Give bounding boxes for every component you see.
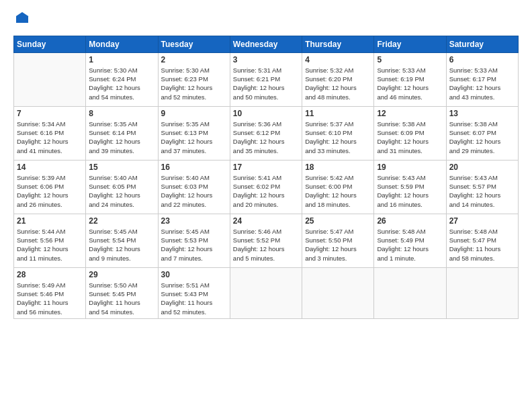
calendar-cell: 29Sunrise: 5:50 AM Sunset: 5:45 PM Dayli… (86, 267, 158, 318)
day-number: 15 (89, 163, 154, 172)
day-number: 18 (305, 163, 371, 172)
day-info: Sunrise: 5:38 AM Sunset: 6:09 PM Dayligh… (377, 120, 443, 155)
calendar-cell: 15Sunrise: 5:40 AM Sunset: 6:05 PM Dayli… (86, 160, 158, 214)
page: SundayMondayTuesdayWednesdayThursdayFrid… (0, 0, 532, 411)
day-info: Sunrise: 5:30 AM Sunset: 6:23 PM Dayligh… (161, 66, 227, 101)
day-info: Sunrise: 5:43 AM Sunset: 5:57 PM Dayligh… (449, 173, 515, 209)
day-info: Sunrise: 5:49 AM Sunset: 5:46 PM Dayligh… (17, 281, 83, 316)
calendar-cell: 2Sunrise: 5:30 AM Sunset: 6:23 PM Daylig… (158, 52, 230, 106)
day-info: Sunrise: 5:31 AM Sunset: 6:21 PM Dayligh… (233, 66, 299, 101)
calendar: SundayMondayTuesdayWednesdayThursdayFrid… (13, 36, 519, 319)
calendar-cell: 1Sunrise: 5:30 AM Sunset: 6:24 PM Daylig… (86, 52, 158, 106)
day-number: 30 (161, 270, 227, 279)
calendar-cell: 25Sunrise: 5:47 AM Sunset: 5:50 PM Dayli… (302, 214, 374, 267)
calendar-cell: 4Sunrise: 5:32 AM Sunset: 6:20 PM Daylig… (302, 52, 374, 106)
day-info: Sunrise: 5:33 AM Sunset: 6:17 PM Dayligh… (449, 66, 515, 101)
day-info: Sunrise: 5:43 AM Sunset: 5:59 PM Dayligh… (377, 173, 443, 209)
day-info: Sunrise: 5:45 AM Sunset: 5:54 PM Dayligh… (89, 227, 154, 263)
day-info: Sunrise: 5:38 AM Sunset: 6:07 PM Dayligh… (449, 120, 515, 155)
day-info: Sunrise: 5:42 AM Sunset: 6:00 PM Dayligh… (305, 173, 371, 209)
day-number: 23 (161, 216, 227, 226)
calendar-cell: 18Sunrise: 5:42 AM Sunset: 6:00 PM Dayli… (302, 160, 374, 214)
calendar-cell: 19Sunrise: 5:43 AM Sunset: 5:59 PM Dayli… (374, 160, 446, 214)
calendar-cell (230, 267, 302, 318)
day-info: Sunrise: 5:30 AM Sunset: 6:24 PM Dayligh… (89, 66, 154, 101)
calendar-header-row: SundayMondayTuesdayWednesdayThursdayFrid… (14, 36, 519, 52)
day-number: 26 (377, 216, 443, 226)
day-number: 10 (233, 109, 299, 118)
calendar-day-header: Friday (374, 36, 446, 52)
logo-icon (15, 11, 30, 26)
svg-marker-0 (16, 12, 28, 23)
day-number: 11 (305, 109, 371, 118)
day-info: Sunrise: 5:44 AM Sunset: 5:56 PM Dayligh… (17, 227, 83, 263)
day-info: Sunrise: 5:37 AM Sunset: 6:10 PM Dayligh… (305, 120, 371, 155)
calendar-cell (374, 267, 446, 318)
day-number: 27 (449, 216, 515, 226)
calendar-week-row: 21Sunrise: 5:44 AM Sunset: 5:56 PM Dayli… (14, 214, 519, 267)
calendar-week-row: 1Sunrise: 5:30 AM Sunset: 6:24 PM Daylig… (14, 52, 519, 106)
day-number: 12 (377, 109, 443, 118)
calendar-week-row: 7Sunrise: 5:34 AM Sunset: 6:16 PM Daylig… (14, 106, 519, 160)
day-number: 5 (377, 55, 443, 64)
calendar-cell (302, 267, 374, 318)
calendar-cell: 6Sunrise: 5:33 AM Sunset: 6:17 PM Daylig… (446, 52, 518, 106)
calendar-day-header: Tuesday (158, 36, 230, 52)
calendar-cell: 27Sunrise: 5:48 AM Sunset: 5:47 PM Dayli… (446, 214, 518, 267)
day-info: Sunrise: 5:40 AM Sunset: 6:05 PM Dayligh… (89, 173, 154, 209)
calendar-cell: 20Sunrise: 5:43 AM Sunset: 5:57 PM Dayli… (446, 160, 518, 214)
day-number: 8 (89, 109, 154, 118)
day-info: Sunrise: 5:33 AM Sunset: 6:19 PM Dayligh… (377, 66, 443, 101)
calendar-cell: 30Sunrise: 5:51 AM Sunset: 5:43 PM Dayli… (158, 267, 230, 318)
day-info: Sunrise: 5:41 AM Sunset: 6:02 PM Dayligh… (233, 173, 299, 209)
calendar-cell: 5Sunrise: 5:33 AM Sunset: 6:19 PM Daylig… (374, 52, 446, 106)
calendar-cell (446, 267, 518, 318)
day-number: 28 (17, 270, 83, 279)
calendar-cell: 16Sunrise: 5:40 AM Sunset: 6:03 PM Dayli… (158, 160, 230, 214)
calendar-week-row: 28Sunrise: 5:49 AM Sunset: 5:46 PM Dayli… (14, 267, 519, 318)
calendar-cell: 7Sunrise: 5:34 AM Sunset: 6:16 PM Daylig… (14, 106, 86, 160)
day-number: 2 (161, 55, 227, 64)
calendar-cell: 9Sunrise: 5:35 AM Sunset: 6:13 PM Daylig… (158, 106, 230, 160)
day-number: 25 (305, 216, 371, 226)
calendar-cell: 10Sunrise: 5:36 AM Sunset: 6:12 PM Dayli… (230, 106, 302, 160)
calendar-day-header: Monday (86, 36, 158, 52)
day-number: 19 (377, 163, 443, 172)
calendar-cell: 12Sunrise: 5:38 AM Sunset: 6:09 PM Dayli… (374, 106, 446, 160)
calendar-cell: 8Sunrise: 5:35 AM Sunset: 6:14 PM Daylig… (86, 106, 158, 160)
day-number: 3 (233, 55, 299, 64)
calendar-cell: 23Sunrise: 5:45 AM Sunset: 5:53 PM Dayli… (158, 214, 230, 267)
day-number: 21 (17, 216, 83, 226)
day-info: Sunrise: 5:34 AM Sunset: 6:16 PM Dayligh… (17, 120, 83, 155)
day-number: 16 (161, 163, 227, 172)
day-info: Sunrise: 5:39 AM Sunset: 6:06 PM Dayligh… (17, 173, 83, 209)
day-number: 4 (305, 55, 371, 64)
calendar-cell: 17Sunrise: 5:41 AM Sunset: 6:02 PM Dayli… (230, 160, 302, 214)
day-info: Sunrise: 5:51 AM Sunset: 5:43 PM Dayligh… (161, 281, 227, 316)
day-number: 7 (17, 109, 83, 118)
day-number: 9 (161, 109, 227, 118)
calendar-week-row: 14Sunrise: 5:39 AM Sunset: 6:06 PM Dayli… (14, 160, 519, 214)
calendar-cell: 26Sunrise: 5:48 AM Sunset: 5:49 PM Dayli… (374, 214, 446, 267)
day-number: 17 (233, 163, 299, 172)
calendar-day-header: Thursday (302, 36, 374, 52)
calendar-cell: 28Sunrise: 5:49 AM Sunset: 5:46 PM Dayli… (14, 267, 86, 318)
logo-text (13, 11, 30, 29)
day-info: Sunrise: 5:36 AM Sunset: 6:12 PM Dayligh… (233, 120, 299, 155)
day-info: Sunrise: 5:48 AM Sunset: 5:47 PM Dayligh… (449, 227, 515, 263)
day-info: Sunrise: 5:35 AM Sunset: 6:14 PM Dayligh… (89, 120, 154, 155)
day-number: 14 (17, 163, 83, 172)
calendar-cell: 24Sunrise: 5:46 AM Sunset: 5:52 PM Dayli… (230, 214, 302, 267)
calendar-day-header: Saturday (446, 36, 518, 52)
calendar-cell: 11Sunrise: 5:37 AM Sunset: 6:10 PM Dayli… (302, 106, 374, 160)
day-info: Sunrise: 5:47 AM Sunset: 5:50 PM Dayligh… (305, 227, 371, 263)
calendar-day-header: Sunday (14, 36, 86, 52)
calendar-cell: 3Sunrise: 5:31 AM Sunset: 6:21 PM Daylig… (230, 52, 302, 106)
day-number: 29 (89, 270, 154, 279)
day-info: Sunrise: 5:35 AM Sunset: 6:13 PM Dayligh… (161, 120, 227, 155)
day-info: Sunrise: 5:46 AM Sunset: 5:52 PM Dayligh… (233, 227, 299, 263)
day-number: 20 (449, 163, 515, 172)
calendar-cell: 13Sunrise: 5:38 AM Sunset: 6:07 PM Dayli… (446, 106, 518, 160)
day-info: Sunrise: 5:45 AM Sunset: 5:53 PM Dayligh… (161, 227, 227, 263)
day-info: Sunrise: 5:50 AM Sunset: 5:45 PM Dayligh… (89, 281, 154, 316)
